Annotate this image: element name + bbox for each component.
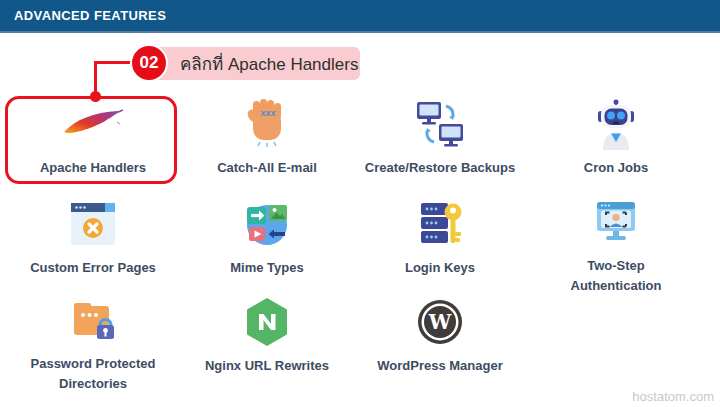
feature-password-protected-directories[interactable]: Password Protected Directories [6, 294, 180, 394]
feature-login-keys[interactable]: Login Keys [353, 196, 527, 296]
svg-text:xxx: xxx [260, 108, 275, 118]
feature-label: Mime Types [230, 258, 303, 278]
browser-error-icon [69, 196, 117, 252]
feature-apache-handlers[interactable]: Apache Handlers [6, 96, 180, 188]
feature-label: Custom Error Pages [30, 258, 156, 278]
apache-feather-icon [61, 96, 125, 152]
feature-catch-all-email[interactable]: xxx Catch-All E-mail [180, 96, 354, 188]
server-key-icon [416, 196, 464, 252]
feature-label: Two-Step Authentication [556, 256, 676, 296]
feature-create-restore-backups[interactable]: Create/Restore Backups [353, 96, 527, 188]
annotation-label: คลิกที่ Apache Handlers [136, 50, 358, 77]
feature-label: Cron Jobs [584, 158, 648, 178]
feature-label: Login Keys [405, 258, 475, 278]
annotation-connector-horizontal [94, 61, 134, 64]
robot-icon [592, 96, 640, 152]
feature-label: Create/Restore Backups [365, 158, 515, 178]
section-header: ADVANCED FEATURES [0, 0, 720, 33]
feature-two-step-authentication[interactable]: Two-Step Authentication [529, 196, 703, 296]
watermark: hostatom.com [632, 389, 714, 404]
computers-sync-icon [415, 96, 465, 152]
feature-label: Nginx URL Rewrites [205, 356, 329, 376]
svg-text:W: W [428, 310, 452, 334]
media-types-globe-icon [243, 196, 291, 252]
section-title: ADVANCED FEATURES [0, 8, 166, 23]
wordpress-logo-icon: W [416, 294, 464, 350]
annotation-bubble: คลิกที่ Apache Handlers [136, 47, 360, 80]
feature-mime-types[interactable]: Mime Types [180, 196, 354, 296]
feature-nginx-url-rewrites[interactable]: Nginx URL Rewrites [180, 294, 354, 394]
feature-wordpress-manager[interactable]: W WordPress Manager [353, 294, 527, 394]
step-number-badge: 02 [130, 44, 168, 82]
feature-label: Catch-All E-mail [217, 158, 317, 178]
nginx-hexagon-icon [243, 294, 291, 350]
feature-cron-jobs[interactable]: Cron Jobs [529, 96, 703, 188]
hand-block-icon: xxx [244, 96, 290, 152]
feature-label: Password Protected Directories [18, 354, 168, 394]
feature-label: Apache Handlers [40, 158, 146, 178]
advanced-features-panel: ADVANCED FEATURES คลิกที่ Apache Handler… [0, 0, 720, 407]
folder-lock-icon [69, 294, 117, 348]
monitor-face-scan-icon [592, 196, 640, 250]
feature-label: WordPress Manager [377, 356, 502, 376]
feature-custom-error-pages[interactable]: Custom Error Pages [6, 196, 180, 296]
